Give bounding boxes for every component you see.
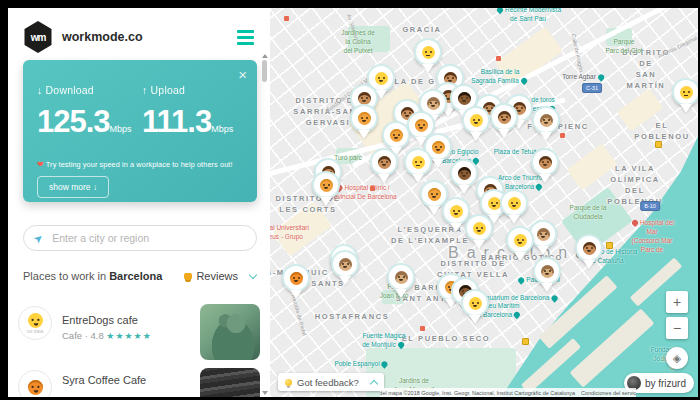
star-rating-icons: ★★★★★ [106,331,151,341]
tiger-face-icon [290,272,303,285]
cat-face-icon [432,141,445,154]
zoom-in-button[interactable]: + [666,291,688,313]
smiley-face-icon [514,234,527,247]
person-dark-face-icon [458,167,471,180]
place-map-pin[interactable] [382,121,410,149]
compass-button[interactable]: ◈ [666,347,688,369]
monkey-face-icon [395,271,408,284]
cat-face-icon [428,188,441,201]
monkey-face-icon [427,97,440,110]
smiley-face-icon [508,197,521,210]
road-badge: C-31 [582,83,602,93]
place-photo-street[interactable] [200,368,260,397]
place-photo-dog[interactable] [200,304,260,360]
person-face-icon [583,242,596,255]
neutral-face-icon [412,156,425,169]
place-map-pin[interactable] [575,234,603,262]
avatar-note: no data [27,328,44,334]
place-map-pin[interactable] [350,104,378,132]
place-map-pin[interactable] [282,264,310,292]
monkey-face-icon [541,265,554,278]
person-dark-face-icon [458,92,471,105]
place-map-pin[interactable] [490,103,518,131]
lightbulb-icon [285,379,292,386]
sort-label: Reviews [196,270,238,282]
place-map-pin[interactable] [531,148,559,176]
monkey-face-icon [339,258,352,271]
place-rating: Cafe · 4.8 ★★★★★ [62,330,152,341]
zoom-out-button[interactable]: − [666,317,688,339]
place-map-pin[interactable] [414,38,442,66]
search-input[interactable] [50,231,246,245]
smiley-face-icon [470,114,483,127]
credit-label: by frizurd [645,378,686,389]
close-icon[interactable]: × [238,66,247,83]
smiley-face-icon [28,313,43,328]
smiley-face-icon [469,297,482,310]
show-more-button[interactable]: show more ↓ [37,176,109,198]
place-map-pin[interactable] [532,106,560,134]
smiley-face-icon [473,222,486,235]
upload-label: ↑ Upload [142,84,247,96]
person-face-icon [378,156,391,169]
place-map-pin[interactable] [500,189,528,217]
neutral-face-icon [422,46,435,59]
places-city: Barcelona [109,270,162,282]
smiley-face-icon [488,197,501,210]
cat-face-icon [358,112,371,125]
sidebar-header: wm workmode.co [23,20,260,54]
scroll-up-icon[interactable] [262,54,268,58]
hamburger-menu-icon[interactable] [237,27,254,48]
chevron-down-icon [249,271,257,279]
app-frame: wm workmode.co × ↓ Download 125.3Mbps ↑ … [8,8,698,397]
list-item-entredogs[interactable]: no data EntreDogs cafe Cafe · 4.8 ★★★★★ [18,306,264,366]
person-face-icon [539,156,552,169]
avatar: no data [18,306,52,340]
place-map-pin[interactable] [462,106,490,134]
tiger-face-icon [28,380,43,395]
place-name: EntreDogs cafe [62,314,152,326]
heart-icon: ❤ [37,160,44,169]
place-name: Syra Coffee Cafe [62,374,146,386]
place-map-pin[interactable] [533,257,561,285]
place-map-pin[interactable] [404,148,432,176]
road-badge: B-10 [640,201,660,211]
place-map-pin[interactable] [465,214,493,242]
sidebar: wm workmode.co × ↓ Download 125.3Mbps ↑ … [8,8,270,397]
person-face-icon [358,92,371,105]
list-item-syra-coffee[interactable]: Syra Coffee Cafe [18,370,264,397]
terms-link[interactable]: Condiciones del servicio [581,390,636,396]
place-map-pin[interactable] [461,289,489,317]
map-attribution: Datos del mapa ©2018 Google, Inst. Geogr… [380,388,636,397]
upload-value: 111.3Mbps [142,106,247,137]
smiley-face-icon [375,72,388,85]
place-map-pin[interactable] [312,171,340,199]
navigation-arrow-icon: ➤ [31,230,46,246]
place-map-pin[interactable] [387,263,415,291]
feedback-label: Got feedback? [297,377,359,388]
download-label: ↓ Download [37,84,142,96]
sidebar-scrollbar[interactable] [261,52,268,397]
places-title: Places to work in [23,270,106,282]
city-search[interactable]: ➤ [23,225,257,251]
cat-face-icon [320,179,333,192]
brand-name: workmode.co [62,30,143,44]
place-map-pin[interactable] [331,250,359,278]
scrollbar-thumb[interactable] [262,60,267,82]
map-canvas[interactable]: Barcelona GRACIAVILA DE GDISTRITO DE SAR… [270,8,698,397]
place-map-pin[interactable] [506,226,534,254]
workmode-logo-icon: wm [23,21,53,53]
place-map-pin[interactable] [450,159,478,187]
place-map-pin[interactable] [370,148,398,176]
monkey-face-icon [540,114,553,127]
person-face-icon [498,111,511,124]
feedback-button[interactable]: Got feedback? [278,373,384,391]
avatar [18,370,52,397]
download-value: 125.3Mbps [37,106,142,137]
smiley-face-icon [450,205,463,218]
place-map-pin[interactable] [672,78,698,106]
scroll-down-icon[interactable] [262,391,268,395]
trophy-icon [184,273,192,280]
reviews-sort-dropdown[interactable]: Reviews [184,270,256,282]
attribution-text: Datos del mapa ©2018 Google, Inst. Geogr… [380,390,575,396]
